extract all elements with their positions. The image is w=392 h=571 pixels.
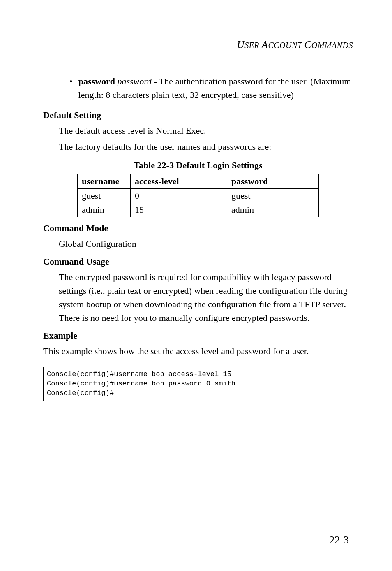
bullet-marker: • (69, 74, 78, 102)
table-row: admin 15 admin (77, 203, 318, 217)
page-number: 22-3 (329, 534, 349, 546)
td-access-level: 0 (131, 189, 227, 203)
heading-example: Example (43, 330, 353, 341)
default-login-table: username access-level password guest 0 g… (77, 174, 319, 217)
bullet-password: • password password - The authentication… (43, 74, 353, 102)
running-header: USER ACCOUNT COMMANDS (43, 39, 353, 51)
heading-command-mode: Command Mode (43, 223, 353, 234)
td-access-level: 15 (131, 203, 227, 217)
td-password: guest (227, 189, 318, 203)
example-intro: This example shows how the set the acces… (43, 344, 353, 358)
command-usage-body: The encrypted password is required for c… (43, 270, 353, 325)
bullet-lead-italic: password (117, 76, 152, 86)
default-setting-line1: The default access level is Normal Exec. (43, 124, 353, 137)
td-username: guest (77, 189, 130, 203)
td-password: admin (227, 203, 318, 217)
table-row: guest 0 guest (77, 189, 318, 203)
th-access-level: access-level (131, 174, 227, 189)
console-output: Console(config)#username bob access-leve… (43, 367, 353, 401)
command-mode-body: Global Configuration (43, 237, 353, 251)
heading-command-usage: Command Usage (43, 256, 353, 267)
bullet-text: password password - The authentication p… (78, 74, 353, 102)
bullet-lead-bold: password (78, 76, 115, 86)
default-setting-line2: The factory defaults for the user names … (43, 140, 353, 153)
table-caption: Table 22-3 Default Login Settings (43, 160, 353, 171)
table-header-row: username access-level password (77, 174, 318, 189)
heading-default-setting: Default Setting (43, 110, 353, 121)
th-password: password (227, 174, 318, 189)
th-username: username (77, 174, 130, 189)
td-username: admin (77, 203, 130, 217)
